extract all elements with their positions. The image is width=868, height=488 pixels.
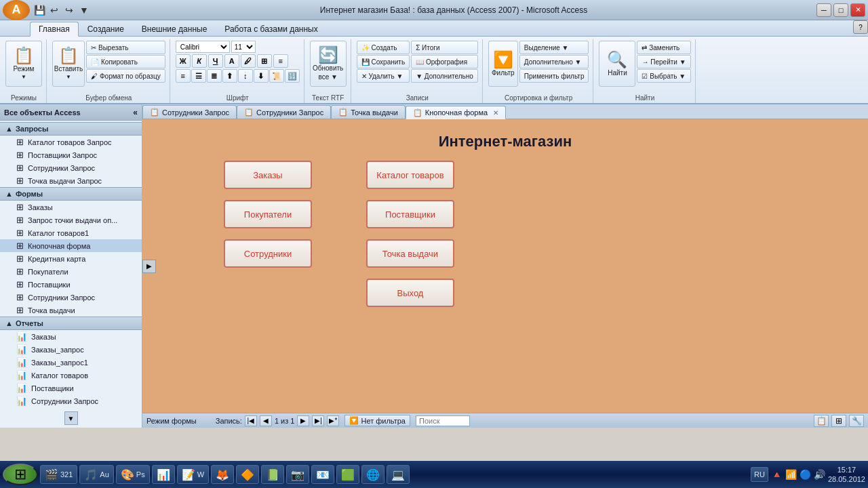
nav-item-pickup-query[interactable]: ⊞ Точка выдачи Запрос	[0, 174, 142, 187]
border-btn[interactable]: ⊞	[257, 54, 272, 68]
font-name-select[interactable]: Calibri	[176, 41, 230, 53]
view-form-btn[interactable]: 📋	[814, 415, 829, 427]
exit-btn[interactable]: Выход	[366, 279, 454, 307]
spellcheck-btn[interactable]: 📖 Орфография	[411, 55, 478, 68]
catalog-btn[interactable]: Каталог товаров	[366, 161, 454, 189]
taskbar-app-green[interactable]: 🟩	[336, 465, 359, 484]
apply-filter-btn[interactable]: Применить фильтр	[519, 69, 589, 83]
office-logo[interactable]: A	[3, 0, 30, 20]
tab-database-tools[interactable]: Работа с базами данных	[216, 22, 326, 36]
tab-home[interactable]: Главная	[30, 22, 79, 37]
doc-tab-employees1[interactable]: 📋 Сотрудники Запрос	[142, 105, 237, 119]
align-center-btn[interactable]: ☰	[191, 69, 206, 83]
doc-tab-button-form[interactable]: 📋 Кнопочная форма ✕	[406, 106, 506, 119]
italic-btn[interactable]: К	[192, 54, 207, 68]
nav-item-suppliers-report[interactable]: 📊 Поставщики	[0, 382, 142, 394]
taskbar-app-firefox[interactable]: 🦊	[211, 465, 234, 484]
nav-item-employees-query[interactable]: ⊞ Сотрудники Запрос	[0, 161, 142, 174]
undo-btn[interactable]: ↩	[47, 3, 61, 17]
valign-top-btn[interactable]: ⬆	[222, 69, 237, 83]
nav-item-orders-query-report[interactable]: 📊 Заказы_запрос	[0, 343, 142, 356]
select-btn[interactable]: ☑ Выбрать ▼	[637, 69, 690, 83]
record-new-btn[interactable]: ▶*	[327, 415, 339, 426]
highlight-btn[interactable]: 🖊	[241, 54, 256, 68]
left-arrow-btn[interactable]: ▶	[142, 260, 156, 273]
font-color-btn[interactable]: А	[224, 54, 239, 68]
find-btn[interactable]: 🔍 Найти	[599, 41, 635, 87]
taskbar-app-321[interactable]: 🎬 321	[40, 465, 77, 484]
bold-btn[interactable]: Ж	[176, 54, 191, 68]
underline-btn[interactable]: Ч	[208, 54, 223, 68]
taskbar-app-email[interactable]: 📧	[311, 465, 334, 484]
copy-btn[interactable]: 📄 Копировать	[86, 55, 165, 68]
doc-tab-employees2[interactable]: 📋 Сотрудники Запрос	[237, 105, 331, 119]
valign-bot-btn[interactable]: ⬇	[254, 69, 269, 83]
pickup-btn[interactable]: Точка выдачи	[366, 239, 454, 268]
delete-record-btn[interactable]: ✕ Удалить ▼	[357, 69, 410, 83]
nav-item-suppliers-form[interactable]: ⊞ Поставщики	[0, 278, 142, 291]
format-painter-btn[interactable]: 🖌 Формат по образцу	[86, 69, 165, 83]
paste-btn[interactable]: 📋 Вставить ▼	[52, 41, 85, 87]
doc-tab-close-btn[interactable]: ✕	[493, 109, 498, 117]
orders-btn[interactable]: Заказы	[224, 161, 312, 189]
align-right-btn[interactable]: ≣	[207, 69, 222, 83]
no-filter-btn[interactable]: 🔽 Нет фильтра	[344, 415, 410, 426]
replace-btn[interactable]: ⇄ Заменить	[637, 41, 690, 54]
mode-btn[interactable]: 📋 Режим ▼	[5, 41, 42, 87]
more-btn[interactable]: ▼ Дополнительно	[411, 69, 478, 83]
tab-external-data[interactable]: Внешние данные	[133, 22, 216, 36]
search-input[interactable]	[416, 415, 470, 426]
redo-btn[interactable]: ↪	[62, 3, 76, 17]
selection-btn[interactable]: Выделение ▼	[519, 41, 589, 54]
nav-section-forms[interactable]: ▲ Формы	[0, 187, 142, 201]
list-btn[interactable]: 📜	[269, 69, 284, 83]
taskbar-app-photo[interactable]: 📷	[286, 465, 309, 484]
nav-item-employees-report[interactable]: 📊 Сотрудники Запрос	[0, 394, 142, 407]
nav-item-pickup-query-form[interactable]: ⊞ Запрос точки выдачи оп...	[0, 214, 142, 226]
employees-btn[interactable]: Сотрудники	[224, 239, 312, 268]
advanced-btn[interactable]: Дополнительно ▼	[519, 55, 589, 68]
nav-item-suppliers-query[interactable]: ⊞ Поставщики Запрос	[0, 148, 142, 161]
start-btn[interactable]: ⊞	[3, 464, 38, 485]
save-quick-btn[interactable]: 💾	[33, 3, 46, 17]
nav-section-reports[interactable]: ▲ Отчеты	[0, 317, 142, 330]
taskbar-app-vlc[interactable]: 🔶	[236, 465, 259, 484]
nav-item-pickup-form[interactable]: ⊞ Точка выдачи	[0, 304, 142, 317]
refresh-btn[interactable]: 🔄 Обновить все ▼	[310, 41, 347, 87]
save-record-btn[interactable]: 💾 Сохранить	[357, 55, 410, 68]
nav-item-catalog1-form[interactable]: ⊞ Каталог товаров1	[0, 226, 142, 239]
record-prev-btn[interactable]: ◀	[260, 415, 272, 426]
nav-item-orders-form[interactable]: ⊞ Заказы	[0, 201, 142, 214]
taskbar-app-chrome[interactable]: 🌐	[361, 465, 384, 484]
nav-item-employees-form[interactable]: ⊞ Сотрудники Запрос	[0, 291, 142, 304]
record-first-btn[interactable]: |◀	[245, 415, 257, 426]
taskbar-app-word[interactable]: 📝 W	[177, 465, 209, 484]
customize-qa-btn[interactable]: ▼	[77, 3, 91, 17]
totals-btn[interactable]: Σ Итоги	[411, 41, 478, 54]
lines-btn[interactable]: ≡	[273, 54, 288, 68]
nav-item-catalog-query[interactable]: ⊞ Каталог товаров Запрос	[0, 136, 142, 148]
taskbar-app-excel-like[interactable]: 📊	[152, 465, 175, 484]
nav-item-orders-report[interactable]: 📊 Заказы	[0, 330, 142, 343]
align-left-btn[interactable]: ≡	[176, 69, 191, 83]
taskbar-app-ps[interactable]: 🎨 Ps	[116, 465, 150, 484]
taskbar-app-excel[interactable]: 📗	[261, 465, 284, 484]
filter-btn[interactable]: 🔽 Фильтр	[488, 41, 518, 87]
nav-item-catalog-report[interactable]: 📊 Каталог товаров	[0, 369, 142, 382]
record-last-btn[interactable]: ▶|	[312, 415, 324, 426]
nav-item-button-form[interactable]: ⊞ Кнопочная форма	[0, 239, 142, 252]
nav-item-credit-form[interactable]: ⊞ Кредитная карта	[0, 252, 142, 265]
nav-section-queries[interactable]: ▲ Запросы	[0, 122, 142, 136]
tab-create[interactable]: Создание	[79, 22, 133, 36]
cut-btn[interactable]: ✂ Вырезать	[86, 41, 165, 54]
nav-scroll-down-btn[interactable]: ▼	[64, 411, 78, 425]
nav-item-orders-query1-report[interactable]: 📊 Заказы_запрос1	[0, 356, 142, 369]
taskbar-app-ied[interactable]: 💻	[387, 465, 410, 484]
ribbon-help-btn[interactable]: ?	[853, 20, 868, 34]
record-next-btn[interactable]: ▶	[297, 415, 309, 426]
suppliers-btn[interactable]: Поставщики	[366, 200, 454, 228]
minimize-btn[interactable]: ─	[816, 3, 831, 17]
create-record-btn[interactable]: ✨ Создать	[357, 41, 410, 54]
doc-tab-pickup[interactable]: 📋 Точка выдачи	[331, 105, 406, 119]
font-size-select[interactable]: 11	[231, 41, 256, 53]
